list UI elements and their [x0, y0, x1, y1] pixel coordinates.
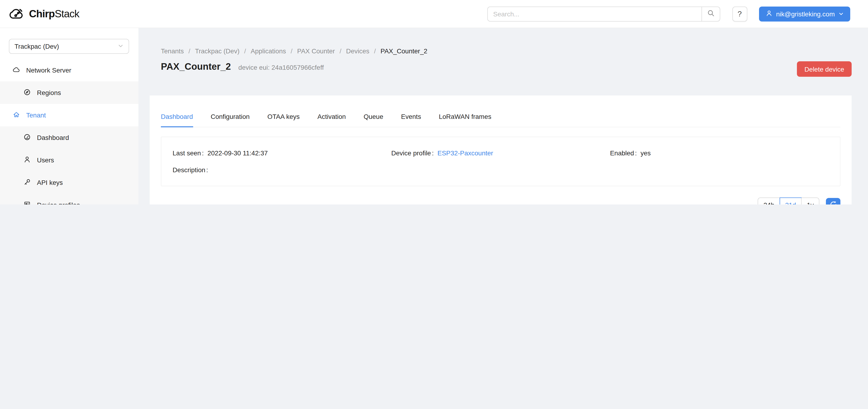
logo-wordmark: ChirpStack	[29, 8, 79, 20]
sidebar-item-label: Users	[37, 156, 54, 164]
tab-events[interactable]: Events	[401, 107, 421, 127]
tenant-select-value: Trackpac (Dev)	[14, 42, 59, 50]
time-range-group: 24h 31d 1y	[758, 198, 819, 204]
chirpstack-cloud-icon	[9, 6, 25, 22]
search-input[interactable]	[487, 6, 701, 21]
sidebar-item-device-profiles[interactable]: Device profiles	[0, 194, 138, 204]
breadcrumb-devices[interactable]: Devices	[346, 47, 369, 55]
enabled-value: yes	[641, 149, 651, 157]
range-31d-button[interactable]: 31d	[780, 198, 801, 204]
enabled-field: Enabledyes	[610, 149, 829, 157]
select-chevron-down-icon	[118, 42, 123, 50]
sidebar-item-api-keys[interactable]: API keys	[0, 171, 138, 194]
tab-queue[interactable]: Queue	[364, 107, 383, 127]
tab-otaa-keys[interactable]: OTAA keys	[268, 107, 300, 127]
device-panel: Dashboard Configuration OTAA keys Activa…	[150, 95, 851, 204]
sidebar-item-label: Tenant	[26, 111, 46, 119]
tab-configuration[interactable]: Configuration	[211, 107, 250, 127]
chirpstack-logo[interactable]: ChirpStack	[9, 6, 79, 22]
device-eui: device eui: 24a16057966cfeff	[238, 64, 323, 71]
sidebar-item-dashboard[interactable]: Dashboard	[0, 126, 138, 149]
dashboard-gauge-icon	[23, 133, 31, 142]
user-menu-button[interactable]: nik@gristleking.com	[759, 6, 850, 21]
tab-dashboard[interactable]: Dashboard	[161, 107, 193, 127]
sidebar-item-tenant[interactable]: Tenant	[0, 104, 138, 126]
search-button[interactable]	[701, 6, 720, 21]
breadcrumb-applications[interactable]: Applications	[251, 47, 286, 55]
sidebar-item-network-server[interactable]: Network Server	[0, 59, 138, 81]
breadcrumb-tenants[interactable]: Tenants	[161, 47, 184, 55]
key-icon	[23, 178, 31, 187]
range-24h-button[interactable]: 24h	[758, 198, 780, 204]
control-sliders-icon	[23, 201, 31, 204]
device-tabs: Dashboard Configuration OTAA keys Activa…	[161, 107, 840, 127]
sidebar-item-label: Dashboard	[37, 134, 69, 141]
search-icon	[707, 9, 714, 18]
breadcrumb: Tenants Trackpac (Dev) Applications PAX …	[161, 47, 851, 55]
help-button[interactable]: ?	[732, 6, 747, 21]
device-profile-link[interactable]: ESP32-Paxcounter	[437, 149, 493, 157]
user-email: nik@gristleking.com	[776, 10, 835, 18]
reload-icon	[829, 201, 837, 204]
app-window: ChirpStack ? nik@gristleking.com	[0, 0, 868, 204]
user-icon	[23, 155, 31, 165]
last-seen-value: 2022-09-30 11:42:37	[208, 149, 268, 157]
metrics-toolbar: Link metrics Device metrics 24h 31d 1y	[161, 198, 840, 204]
sidebar-item-regions[interactable]: Regions	[0, 81, 138, 104]
sidebar-item-label: Network Server	[26, 66, 71, 74]
tab-link-metrics[interactable]: Link metrics	[161, 198, 196, 204]
delete-device-button[interactable]: Delete device	[797, 61, 851, 77]
refresh-button[interactable]	[826, 198, 840, 204]
tab-activation[interactable]: Activation	[317, 107, 346, 127]
sidebar: Trackpac (Dev) Network Server	[0, 28, 138, 204]
home-icon	[12, 111, 20, 120]
tab-device-metrics[interactable]: Device metrics	[214, 198, 256, 204]
last-seen-field: Last seen2022-09-30 11:42:37	[173, 149, 391, 157]
device-info-card: Last seen2022-09-30 11:42:37 Device prof…	[161, 137, 840, 186]
device-profile-field: Device profileESP32-Paxcounter	[391, 149, 610, 157]
tenant-select[interactable]: Trackpac (Dev)	[9, 39, 129, 54]
range-1y-button[interactable]: 1y	[801, 198, 819, 204]
description-field: Description	[173, 166, 829, 174]
top-header: ChirpStack ? nik@gristleking.com	[0, 0, 868, 28]
sidebar-item-label: Regions	[37, 89, 61, 96]
user-icon	[765, 9, 772, 18]
compass-icon	[23, 88, 31, 97]
chevron-down-icon	[839, 10, 844, 18]
sidebar-item-label: Device profiles	[37, 201, 80, 204]
sidebar-item-users[interactable]: Users	[0, 149, 138, 171]
cloud-icon	[12, 66, 20, 75]
breadcrumb-current-device: PAX_Counter_2	[380, 47, 427, 55]
breadcrumb-tenant[interactable]: Trackpac (Dev)	[195, 47, 240, 55]
main-content: Tenants Trackpac (Dev) Applications PAX …	[138, 28, 868, 204]
global-search	[487, 6, 720, 21]
page-title: PAX_Counter_2	[161, 61, 231, 72]
tab-lorawan-frames[interactable]: LoRaWAN frames	[439, 107, 492, 127]
sidebar-item-label: API keys	[37, 179, 63, 186]
breadcrumb-application[interactable]: PAX Counter	[297, 47, 335, 55]
